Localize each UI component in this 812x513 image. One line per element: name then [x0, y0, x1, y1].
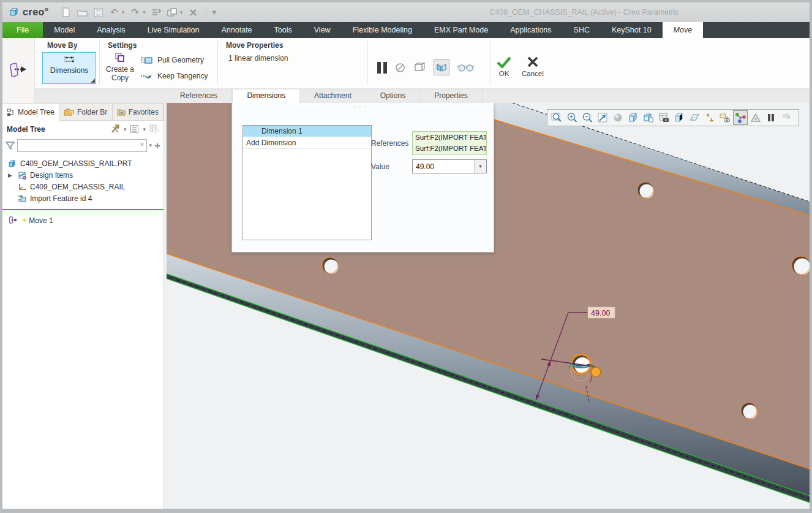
dashboard-tab-dimensions[interactable]: Dimensions	[232, 89, 300, 103]
dimension-list-item-selected[interactable]: Dimension 1	[243, 126, 371, 137]
tree-tools-dropdown-icon[interactable]: ▾	[124, 126, 127, 132]
hole[interactable]	[792, 256, 810, 275]
tab-analysis[interactable]: Analysis	[86, 22, 137, 38]
value-input[interactable]: 49.00	[413, 160, 474, 173]
saved-orientations-icon[interactable]	[641, 110, 656, 125]
graphics-viewport[interactable]: 49.00	[167, 103, 810, 509]
dashboard-tab-attachment[interactable]: Attachment	[300, 89, 366, 103]
filter-funnel-icon[interactable]	[6, 141, 15, 150]
dimensions-button[interactable]: Dimensions	[42, 52, 96, 84]
tree-settings-dropdown-icon[interactable]: ▾	[143, 126, 146, 132]
tree-item-move-feature[interactable]: ✳ Move 1	[2, 215, 164, 226]
undo-icon[interactable]: ↶	[109, 7, 119, 18]
pause-icon[interactable]	[377, 62, 387, 74]
tree-item-csys[interactable]: C409_OEM_CHASSIS_RAIL	[2, 181, 164, 192]
reference-item[interactable]: Surf:F2(IMPORT FEATU	[413, 132, 486, 143]
search-dropdown-icon[interactable]: ▾	[149, 142, 152, 148]
customize-qat-dropdown-icon[interactable]: ▼	[211, 9, 217, 16]
tab-move-active[interactable]: Move	[663, 22, 704, 38]
dashboard-tab-references[interactable]: References	[166, 89, 232, 103]
add-filter-icon[interactable]: +	[154, 140, 160, 151]
window-title: C409_OEM_CHASSIS_RAIL (Active) - Creo Pa…	[394, 8, 774, 17]
zoom-out-icon[interactable]	[580, 110, 595, 125]
tree-item-root[interactable]: C409_OEM_CHASSIS_RAIL.PRT	[2, 158, 164, 169]
tab-applications[interactable]: Applications	[499, 22, 562, 38]
undo-dropdown-icon[interactable]: ▾	[122, 9, 125, 15]
reference-item[interactable]: Surf:F2(IMPORT FEATU	[413, 143, 486, 154]
new-file-icon[interactable]	[61, 7, 72, 18]
close-window-icon[interactable]	[188, 7, 198, 18]
panel-drag-handle[interactable]: · · · ·	[232, 103, 494, 112]
refit-icon[interactable]	[595, 110, 610, 125]
tab-model[interactable]: Model	[43, 22, 86, 38]
shaded-preview-toggle-selected[interactable]	[434, 59, 449, 75]
redo-icon[interactable]: ↷	[130, 7, 140, 18]
hole[interactable]	[741, 403, 757, 419]
window-switch-icon[interactable]	[167, 7, 178, 18]
tree-search-input[interactable]	[17, 139, 147, 152]
regenerate-icon[interactable]	[151, 7, 162, 18]
add-dimension-item[interactable]: Add Dimension	[243, 137, 371, 149]
tab-live-simulation[interactable]: Live Simulation	[137, 22, 211, 38]
tab-tools[interactable]: Tools	[263, 22, 303, 38]
part-cube-icon	[8, 159, 17, 168]
dimension-value-label[interactable]: 49.00	[588, 307, 615, 318]
navigator-tab-label: Folder Br	[77, 108, 107, 116]
navigator-tab-folder-browser[interactable]: Folder Br	[59, 103, 113, 121]
tree-item-import-feature[interactable]: Import Feature id 4	[2, 192, 164, 204]
tab-shc[interactable]: SHC	[563, 22, 601, 38]
datum-display-icon[interactable]	[702, 110, 717, 125]
section-icon[interactable]	[672, 110, 686, 125]
no-preview-icon[interactable]	[395, 63, 405, 73]
zoom-region-icon[interactable]	[549, 110, 564, 125]
preview-arrow-icon[interactable]	[779, 110, 794, 125]
navigator-tab-model-tree[interactable]: Model Tree	[2, 103, 59, 121]
wireframe-preview-icon[interactable]	[413, 62, 426, 73]
insert-here-locator[interactable]	[2, 209, 164, 210]
ok-button[interactable]: OK	[496, 56, 512, 77]
drag-handle[interactable]	[591, 367, 601, 377]
references-collector[interactable]: Surf:F2(IMPORT FEATU Surf:F2(IMPORT FEAT…	[412, 131, 487, 155]
glasses-icon[interactable]	[457, 63, 475, 72]
shading-style-icon[interactable]	[611, 110, 625, 125]
spin-center-icon[interactable]	[733, 110, 748, 125]
annotation-display-icon[interactable]	[718, 110, 732, 125]
tab-annotate[interactable]: Annotate	[211, 22, 263, 38]
dimension-list: Dimension 1 Add Dimension	[242, 125, 372, 240]
group-settings-title: Settings	[100, 41, 217, 50]
redo-dropdown-icon[interactable]: ▾	[143, 9, 146, 15]
window-dropdown-icon[interactable]: ▾	[180, 9, 183, 15]
pull-geometry-toggle[interactable]: Pull Geometry	[140, 53, 208, 67]
dashboard-tab-properties[interactable]: Properties	[420, 89, 483, 103]
tab-file[interactable]: File	[2, 22, 43, 38]
keep-tangency-toggle[interactable]: Keep Tangency	[140, 69, 208, 83]
view-manager-icon[interactable]	[656, 110, 671, 125]
value-dropdown-button[interactable]: ▾	[474, 160, 486, 173]
tree-display-filter-icon[interactable]	[149, 124, 159, 134]
hole[interactable]	[637, 182, 654, 199]
save-icon[interactable]	[93, 7, 103, 18]
create-copy-button[interactable]: Create a Copy	[100, 51, 140, 83]
tree-tools-icon[interactable]	[110, 124, 120, 134]
tree-search-box: ×	[17, 139, 147, 152]
annotations-3d-icon[interactable]	[748, 110, 763, 125]
dashboard-tab-options[interactable]: Options	[366, 89, 420, 103]
zoom-in-icon[interactable]	[565, 110, 579, 125]
expander-icon[interactable]: ▶	[8, 172, 15, 178]
tree-item-design-items[interactable]: ▶ Design Items	[2, 169, 164, 181]
display-style-icon[interactable]	[626, 110, 641, 125]
open-file-icon[interactable]	[77, 7, 88, 18]
tab-view[interactable]: View	[303, 22, 342, 38]
tab-keyshot[interactable]: KeyShot 10	[601, 22, 663, 38]
toolbar-pause-icon[interactable]	[764, 110, 778, 125]
plane-display-icon[interactable]	[687, 110, 702, 125]
search-clear-icon[interactable]: ×	[140, 140, 145, 149]
tab-flexible-modeling[interactable]: Flexible Modeling	[342, 22, 423, 38]
ribbon: Move By Dimensions Settings	[2, 38, 810, 103]
tab-emx-part-mode[interactable]: EMX Part Mode	[423, 22, 499, 38]
new-feature-asterisk-icon: ✳	[21, 216, 27, 224]
tree-settings-icon[interactable]	[130, 124, 139, 134]
hole[interactable]	[322, 257, 339, 274]
cancel-button[interactable]: Cancel	[522, 56, 544, 77]
navigator-tab-favorites[interactable]: Favorites	[113, 103, 164, 121]
